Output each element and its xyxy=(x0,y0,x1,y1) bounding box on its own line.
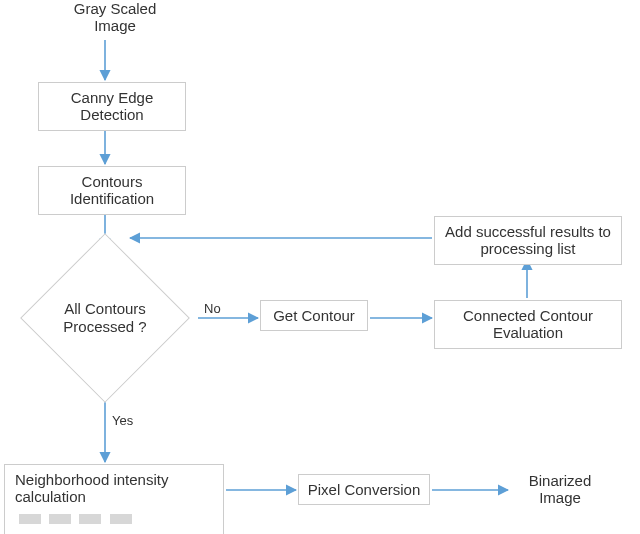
neighborhood-label: Neighborhood intensity calculation xyxy=(15,471,168,505)
mini-bar-icon xyxy=(19,514,41,524)
get-contour-box: Get Contour xyxy=(260,300,368,331)
start-terminator: Gray Scaled Image xyxy=(60,0,170,35)
decision-label: All Contours Processed ? xyxy=(55,300,155,336)
mini-bar-icon xyxy=(79,514,101,524)
pixel-conversion-box: Pixel Conversion xyxy=(298,474,430,505)
mini-bar-icon xyxy=(49,514,71,524)
decision-diamond: All Contours Processed ? xyxy=(45,258,165,378)
neighborhood-box: Neighborhood intensity calculation xyxy=(4,464,224,534)
flowchart-canvas: Gray Scaled Image Canny Edge Detection C… xyxy=(0,0,640,534)
connected-eval-box: Connected Contour Evaluation xyxy=(434,300,622,349)
mini-bar-icon xyxy=(110,514,132,524)
canny-edge-box: Canny Edge Detection xyxy=(38,82,186,131)
output-terminator: Binarized Image xyxy=(510,472,610,507)
edge-label-no: No xyxy=(204,302,221,317)
add-results-label: Add successful results to processing lis… xyxy=(445,223,611,257)
edge-label-yes: Yes xyxy=(112,414,133,429)
contours-ident-box: Contours Identification xyxy=(38,166,186,215)
add-results-box: Add successful results to processing lis… xyxy=(434,216,622,265)
